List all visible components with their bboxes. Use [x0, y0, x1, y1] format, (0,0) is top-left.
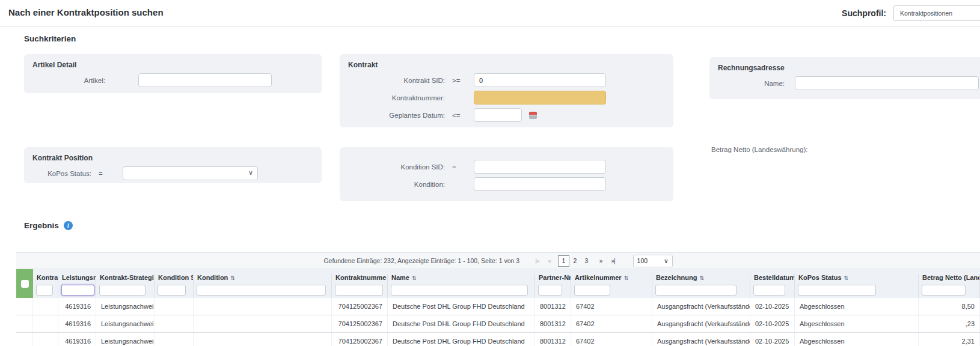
results-table: Gefundene Einträge: 232, Angezeigte Eint… [16, 252, 980, 346]
geplantes-datum-label: Geplantes Datum: [340, 112, 445, 119]
table-cell-kontrakt-strategie: Leistungsnachweis [96, 315, 155, 332]
table-cell-partner-nr: 8001312 [535, 298, 571, 315]
page-size-select[interactable]: 100 ∨ [633, 255, 673, 267]
info-icon[interactable]: i [64, 221, 73, 230]
filter-input-kondition[interactable] [197, 285, 326, 296]
panel-kontrakt-title: Kontrakt [340, 54, 673, 71]
last-page-icon[interactable]: »| [609, 258, 616, 264]
column-header-artikelnummer[interactable]: Artikelnummer⇅ [571, 274, 652, 282]
kontrakt-sid-input[interactable] [474, 73, 606, 87]
table-header-row: KontralLeistungsnaKontrakt-StrategieKond… [16, 269, 980, 282]
kontraktnummer-label: Kontraktnummer: [340, 94, 445, 102]
filter-cell-bestelldatum [750, 282, 795, 298]
kondition-sid-input[interactable] [474, 160, 606, 174]
table-cell-select [16, 333, 33, 346]
column-header-kopos-status[interactable]: KoPos Status⇅ [795, 274, 919, 282]
table-cell-kontraktnummer: 704125002367 [332, 315, 388, 332]
table-cell-bezeichnung: Ausgangsfracht (Verkaufsständer) [652, 333, 750, 346]
table-row[interactable]: 4619316Leistungsnachweis704125002367Deut… [16, 298, 980, 315]
betrag-netto-label: Betrag Netto (Landeswährung): [711, 146, 807, 153]
filter-cell-name [388, 282, 535, 298]
table-cell-leistungsnachweis: 4619316 [58, 333, 96, 346]
filter-input-kopos-status[interactable] [798, 285, 876, 296]
filter-input-leistungsnachweis[interactable] [61, 285, 94, 296]
table-cell-kopos-status: Abgeschlossen [795, 298, 919, 315]
sort-icon[interactable]: ⇅ [412, 275, 417, 281]
table-cell-partner-nr: 8001312 [535, 315, 571, 332]
page-button-1[interactable]: 1 [558, 255, 569, 267]
panel-rechnungsadresse-title: Rechnungsadresse [709, 57, 980, 74]
table-cell-kontrakt [33, 333, 58, 346]
suchkriterien-title: Suchkriterien [24, 34, 76, 43]
filter-input-kontrakt[interactable] [36, 285, 53, 296]
next-page-icon[interactable]: » [598, 258, 604, 264]
suchprofil-select[interactable]: Kontraktpositionen [893, 5, 980, 21]
filter-input-kontraktnummer[interactable] [335, 285, 383, 296]
sort-icon[interactable]: ⇅ [844, 275, 849, 281]
table-row[interactable]: 4619316Leistungsnachweis704125002367Deut… [16, 315, 980, 333]
rechnung-name-input[interactable] [795, 76, 979, 90]
filter-input-bezeichnung[interactable] [655, 285, 737, 296]
table-cell-bestelldatum: 02-10-2025 [750, 298, 795, 315]
table-filter-row [16, 282, 980, 298]
kondition-input[interactable] [474, 177, 606, 191]
suchprofil-label: Suchprofil: [842, 8, 886, 18]
filter-input-kondition-sid[interactable] [158, 285, 186, 296]
table-cell-betrag-netto: 2,31 [919, 333, 980, 346]
column-header-kondition-sid: Kondition SI [155, 274, 194, 282]
table-cell-partner-nr: 8001312 [535, 333, 571, 346]
panel-kontrakt-position: Kontrakt Position KoPos Status: = ∨ [24, 147, 322, 183]
table-cell-leistungsnachweis: 4619316 [58, 315, 96, 332]
filter-input-partner-nr[interactable] [538, 285, 562, 296]
first-page-icon[interactable]: |« [533, 258, 541, 264]
table-row[interactable]: 4619316Leistungsnachweis704125002367Deut… [16, 333, 980, 346]
table-cell-kontrakt-strategie: Leistungsnachweis [96, 298, 155, 315]
panel-kontrakt-position-title: Kontrakt Position [24, 147, 322, 165]
kontraktnummer-input[interactable] [474, 91, 606, 105]
chevron-down-icon: ∨ [248, 169, 253, 177]
prev-page-icon[interactable]: « [546, 258, 553, 264]
table-cell-betrag-netto: ,23 [919, 315, 980, 332]
panel-kondition: Kondition SID: = Kondition: [340, 147, 673, 201]
page-button-3[interactable]: 3 [581, 255, 592, 267]
kopos-status-select-value[interactable] [123, 166, 258, 180]
filter-input-betrag-netto[interactable] [922, 285, 966, 296]
artikel-input[interactable] [138, 73, 272, 87]
calendar-icon[interactable] [529, 112, 537, 119]
page-size-value: 100 [637, 257, 648, 264]
sort-icon[interactable]: ⇅ [624, 275, 629, 281]
rechnung-name-label: Name: [709, 80, 785, 87]
table-header-block: KontralLeistungsnaKontrakt-StrategieKond… [16, 269, 980, 298]
table-cell-artikelnummer: 67402 [571, 298, 652, 315]
table-cell-kontrakt [33, 298, 58, 315]
page-button-2[interactable]: 2 [569, 255, 581, 267]
page-buttons: 123 [558, 255, 592, 267]
column-header-kondition[interactable]: Kondition⇅ [194, 274, 332, 282]
panel-kontrakt: Kontrakt Kontrakt SID: >= Kontraktnummer… [340, 54, 673, 127]
filter-input-kontrakt-strategie[interactable] [99, 285, 145, 296]
kopos-status-select[interactable]: ∨ [123, 166, 258, 180]
table-cell-select [16, 315, 33, 332]
table-cell-select [16, 298, 33, 315]
table-cell-kondition [194, 298, 332, 315]
geplantes-datum-input[interactable] [474, 108, 522, 122]
filter-input-name[interactable] [391, 285, 528, 296]
sort-icon[interactable]: ⇅ [699, 275, 704, 281]
filter-input-bestelldatum[interactable] [753, 285, 785, 296]
table-cell-artikelnummer: 67402 [571, 315, 652, 332]
column-header-bestelldatum[interactable]: Bestelldatum⇅ [750, 274, 795, 282]
column-header-leistungsnachweis: Leistungsna [58, 274, 96, 282]
filter-cell-kondition [194, 282, 332, 298]
artikel-label: Artikel: [24, 77, 105, 84]
table-cell-kondition-sid [155, 315, 194, 332]
sort-icon[interactable]: ⇅ [230, 275, 235, 281]
column-header-kontraktnummer: Kontraktnumme [332, 274, 388, 282]
column-header-name[interactable]: Name⇅ [388, 274, 535, 282]
column-header-bezeichnung[interactable]: Bezeichnung⇅ [652, 274, 750, 282]
select-all-checkbox[interactable] [16, 269, 33, 298]
table-cell-name: Deutsche Post DHL Group FHD Deutschland [388, 333, 535, 346]
table-cell-kontrakt-strategie: Leistungsnachweis [96, 333, 155, 346]
filter-input-artikelnummer[interactable] [574, 285, 610, 296]
chevron-down-icon: ∨ [664, 257, 669, 264]
table-cell-name: Deutsche Post DHL Group FHD Deutschland [388, 315, 535, 332]
